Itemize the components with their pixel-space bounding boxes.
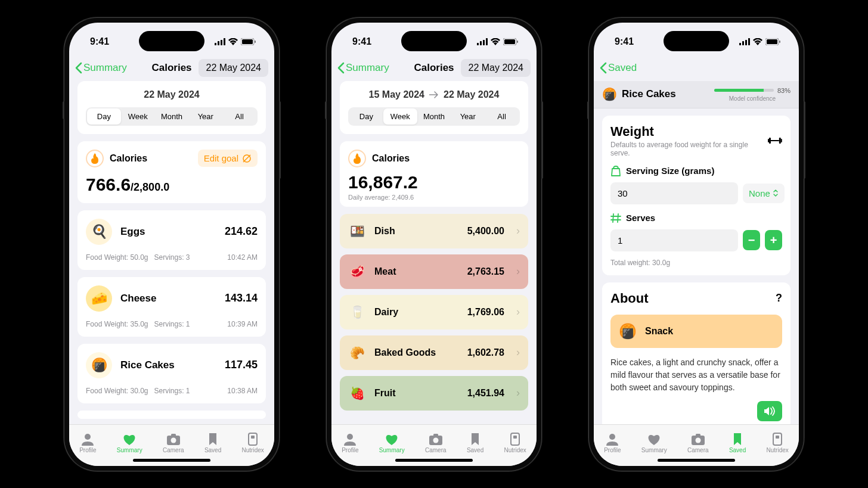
svg-rect-45 bbox=[776, 436, 779, 439]
svg-point-12 bbox=[170, 437, 176, 443]
seg-week[interactable]: Week bbox=[121, 108, 155, 125]
edit-goal-button[interactable]: Edit goal bbox=[198, 150, 258, 167]
nav-bar: Summary Calories 22 May 2024 bbox=[69, 55, 274, 81]
seg-year[interactable]: Year bbox=[188, 108, 222, 125]
category-icon: 🍓 bbox=[348, 384, 366, 402]
date-picker[interactable]: 22 May 2024 bbox=[199, 59, 268, 77]
svg-rect-21 bbox=[517, 41, 518, 43]
svg-rect-26 bbox=[511, 433, 519, 445]
home-indicator[interactable] bbox=[658, 459, 735, 462]
tab-camera[interactable]: Camera bbox=[163, 433, 184, 453]
date-range: 15 May 2024 22 May 2024 bbox=[348, 89, 520, 100]
unit-select[interactable]: None bbox=[743, 184, 785, 203]
wifi-icon bbox=[228, 38, 238, 45]
about-card: About ? 🍘 Snack Rice cakes, a light and … bbox=[602, 282, 790, 424]
food-time: 10:39 AM bbox=[227, 320, 258, 328]
food-row[interactable]: 🍳Eggs214.62Food Weight: 50.0g Servings: … bbox=[78, 210, 266, 270]
seg-all[interactable]: All bbox=[222, 108, 256, 125]
period-segmented[interactable]: Day Week Month Year All bbox=[348, 107, 520, 126]
category-name: Meat bbox=[374, 266, 396, 277]
period-segmented[interactable]: Day Week Month Year All bbox=[86, 107, 258, 126]
date-card: 15 May 2024 22 May 2024 Day Week Month Y… bbox=[340, 81, 528, 134]
item-header: 🍘 Rice Cakes 83% Model confidence bbox=[594, 81, 799, 108]
home-indicator[interactable] bbox=[395, 459, 473, 462]
svg-rect-17 bbox=[483, 40, 485, 45]
seg-day[interactable]: Day bbox=[87, 108, 121, 125]
seg-year[interactable]: Year bbox=[451, 108, 485, 125]
selected-date: 22 May 2024 bbox=[86, 89, 258, 100]
back-label: Saved bbox=[608, 62, 637, 74]
category-row[interactable]: 🥩Meat2,763.15› bbox=[340, 254, 528, 289]
category-icon: 🥐 bbox=[348, 344, 366, 362]
back-button[interactable]: Summary bbox=[337, 62, 389, 74]
about-text: Rice cakes, a light and crunchy snack, o… bbox=[610, 356, 782, 394]
seg-month[interactable]: Month bbox=[155, 108, 189, 125]
back-button[interactable]: Summary bbox=[75, 62, 127, 74]
tab-profile[interactable]: Profile bbox=[604, 433, 621, 453]
svg-rect-13 bbox=[249, 433, 257, 445]
back-button[interactable]: Saved bbox=[600, 62, 637, 74]
date-picker[interactable]: 22 May 2024 bbox=[461, 59, 531, 77]
seg-day[interactable]: Day bbox=[349, 108, 383, 125]
category-row[interactable]: 🍱Dish5,400.00› bbox=[340, 214, 528, 248]
tab-camera[interactable]: Camera bbox=[687, 433, 709, 453]
weight-sub: Defaults to average food weight for a si… bbox=[610, 141, 768, 157]
help-icon[interactable]: ? bbox=[776, 292, 782, 304]
decrement-button[interactable]: − bbox=[743, 230, 760, 250]
updown-icon bbox=[773, 189, 779, 197]
speak-button[interactable] bbox=[757, 401, 782, 421]
tab-saved[interactable]: Saved bbox=[729, 433, 746, 453]
status-time: 9:41 bbox=[352, 36, 371, 47]
svg-rect-37 bbox=[768, 139, 769, 142]
tab-nutridex[interactable]: Nutridex bbox=[504, 433, 526, 453]
seg-all[interactable]: All bbox=[485, 108, 519, 125]
calories-value: 766.6/2,800.0 bbox=[86, 175, 258, 195]
tab-nutridex[interactable]: Nutridex bbox=[767, 433, 789, 453]
tab-summary[interactable]: Summary bbox=[379, 433, 405, 453]
signal-icon bbox=[215, 38, 225, 45]
tab-summary[interactable]: Summary bbox=[641, 433, 667, 453]
svg-rect-30 bbox=[745, 40, 747, 45]
category-row[interactable]: 🍓Fruit1,451.94› bbox=[340, 376, 528, 411]
weight-bag-icon bbox=[610, 166, 621, 176]
svg-rect-2 bbox=[221, 40, 222, 45]
weight-card: Weight Defaults to average food weight f… bbox=[602, 116, 790, 275]
svg-rect-34 bbox=[779, 41, 780, 43]
food-row[interactable]: 🧀Cheese143.14Food Weight: 35.0g Servings… bbox=[78, 277, 266, 337]
hash-icon bbox=[610, 213, 621, 223]
serves-input[interactable] bbox=[610, 229, 738, 251]
category-value: 1,451.94 bbox=[467, 388, 504, 399]
seg-month[interactable]: Month bbox=[417, 108, 451, 125]
category-name: Dairy bbox=[374, 307, 398, 318]
tab-nutridex[interactable]: Nutridex bbox=[242, 433, 264, 453]
seg-week[interactable]: Week bbox=[383, 108, 417, 125]
tab-saved[interactable]: Saved bbox=[204, 433, 221, 453]
increment-button[interactable]: + bbox=[765, 230, 782, 250]
svg-rect-14 bbox=[251, 436, 255, 439]
food-details: Food Weight: 50.0g Servings: 3 bbox=[86, 253, 190, 262]
serving-size-input[interactable] bbox=[610, 182, 738, 204]
category-value: 5,400.00 bbox=[467, 226, 504, 237]
tab-camera[interactable]: Camera bbox=[425, 433, 447, 453]
svg-rect-31 bbox=[748, 38, 750, 45]
category-row[interactable]: 🥐Baked Goods1,602.78› bbox=[340, 335, 528, 370]
chevron-left-icon bbox=[75, 62, 82, 74]
home-indicator[interactable] bbox=[133, 459, 210, 462]
rice-cake-icon: 🍘 bbox=[602, 87, 617, 101]
back-label: Summary bbox=[83, 62, 127, 74]
tab-summary[interactable]: Summary bbox=[117, 433, 142, 453]
target-icon bbox=[242, 154, 252, 163]
flame-icon bbox=[86, 150, 104, 167]
tab-profile[interactable]: Profile bbox=[79, 433, 96, 453]
svg-rect-16 bbox=[480, 41, 482, 45]
food-row[interactable]: 🍘Rice Cakes117.45Food Weight: 30.0g Serv… bbox=[78, 344, 266, 403]
svg-rect-6 bbox=[255, 41, 256, 43]
category-name: Fruit bbox=[374, 388, 396, 399]
tab-saved[interactable]: Saved bbox=[467, 433, 483, 453]
phone-mockup-1: 9:41 Summary Calories 22 May 2024 22 May… bbox=[64, 18, 279, 471]
nav-bar: Saved bbox=[594, 55, 799, 81]
tab-profile[interactable]: Profile bbox=[342, 433, 358, 453]
category-row[interactable]: 🥛Dairy1,769.06› bbox=[340, 295, 528, 330]
total-weight: Total weight: 30.0g bbox=[610, 259, 782, 267]
nav-title: Calories bbox=[414, 62, 454, 74]
